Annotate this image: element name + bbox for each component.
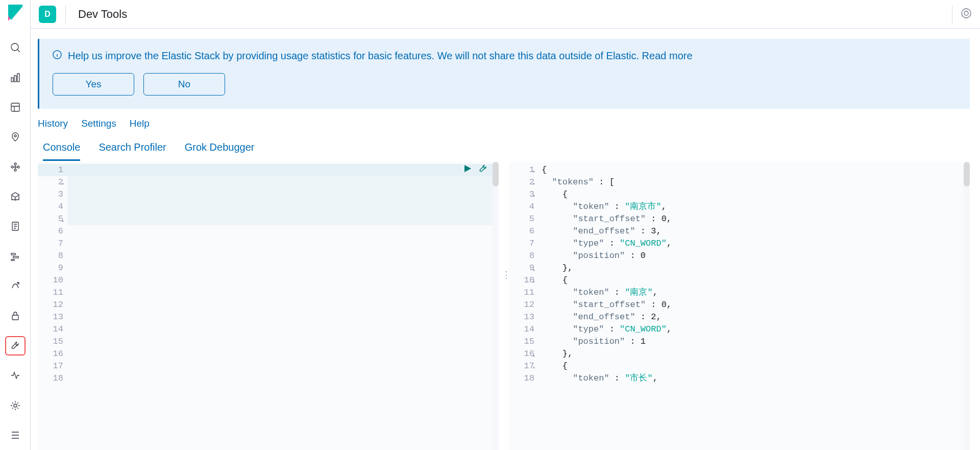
telemetry-no-button[interactable]: No	[143, 73, 225, 96]
devtools-tabs: Console Search Profiler Grok Debugger	[34, 136, 974, 161]
nav-apm-icon[interactable]	[5, 247, 26, 266]
response-code: { "tokens" : [ { "token" : "南京市", "start…	[538, 162, 970, 450]
page-title: Dev Tools	[78, 8, 127, 21]
svg-rect-14	[12, 315, 18, 320]
svg-point-6	[11, 166, 13, 168]
app-badge: D	[39, 6, 56, 23]
scrollbar-thumb[interactable]	[964, 162, 970, 186]
settings-link[interactable]: Settings	[81, 118, 116, 129]
nav-security-icon[interactable]	[5, 306, 26, 325]
svg-point-17	[964, 11, 968, 15]
nav-monitoring-icon[interactable]	[5, 366, 26, 385]
scrollbar-track	[493, 162, 499, 450]
svg-point-5	[14, 135, 16, 137]
nav-visualize-icon[interactable]	[5, 68, 26, 87]
nav-logs-icon[interactable]	[5, 217, 26, 236]
svg-rect-1	[11, 78, 13, 82]
request-options-icon[interactable]	[478, 164, 487, 177]
run-request-icon[interactable]	[463, 164, 472, 177]
left-nav-rail	[0, 0, 31, 450]
svg-rect-12	[13, 256, 18, 258]
svg-rect-13	[11, 259, 14, 260]
svg-rect-2	[14, 76, 16, 82]
line-gutter: 12▾345▴6789101112131415161718	[38, 162, 67, 450]
tab-grok-debugger[interactable]: Grok Debugger	[185, 141, 255, 161]
svg-point-16	[962, 9, 971, 18]
svg-point-9	[17, 166, 19, 168]
scrollbar-thumb[interactable]	[493, 162, 499, 186]
history-link[interactable]: History	[38, 118, 68, 129]
nav-collapse-icon[interactable]	[5, 425, 26, 445]
svg-rect-11	[11, 253, 15, 255]
svg-point-0	[11, 43, 18, 51]
nav-maps-icon[interactable]	[5, 127, 26, 147]
response-editor[interactable]: 1▾2▾3▾456789▴10▾111213141516▴17▾18 { "to…	[509, 162, 970, 450]
svg-point-7	[14, 163, 16, 165]
nav-ml-icon[interactable]	[5, 157, 26, 177]
kibana-logo[interactable]	[5, 3, 26, 22]
telemetry-yes-button[interactable]: Yes	[53, 73, 134, 96]
svg-point-15	[14, 404, 17, 407]
console-subnav: History Settings Help	[34, 118, 974, 136]
info-icon	[53, 50, 62, 62]
tab-search-profiler[interactable]: Search Profiler	[99, 141, 166, 161]
nav-dashboard-icon[interactable]	[5, 98, 26, 117]
svg-rect-4	[11, 103, 19, 111]
callout-text: Help us improve the Elastic Stack by pro…	[68, 50, 693, 62]
request-editor[interactable]: 12▾345▴6789101112131415161718 POST _anal…	[38, 162, 499, 450]
feedback-icon[interactable]	[961, 8, 972, 21]
line-gutter: 1▾2▾3▾456789▴10▾111213141516▴17▾18	[509, 162, 538, 450]
nav-infra-icon[interactable]	[5, 187, 26, 206]
nav-discover-icon[interactable]	[5, 38, 26, 57]
nav-management-icon[interactable]	[5, 395, 26, 415]
telemetry-callout: Help us improve the Elastic Stack by pro…	[38, 39, 970, 109]
nav-dev-tools-icon[interactable]	[5, 336, 26, 356]
nav-uptime-icon[interactable]	[5, 276, 26, 296]
top-bar: D Dev Tools	[31, 0, 980, 29]
help-link[interactable]: Help	[130, 118, 150, 129]
svg-rect-3	[17, 74, 19, 82]
tab-console[interactable]: Console	[43, 141, 80, 161]
divider	[65, 5, 66, 23]
svg-point-8	[14, 169, 16, 171]
scrollbar-track	[964, 162, 970, 450]
